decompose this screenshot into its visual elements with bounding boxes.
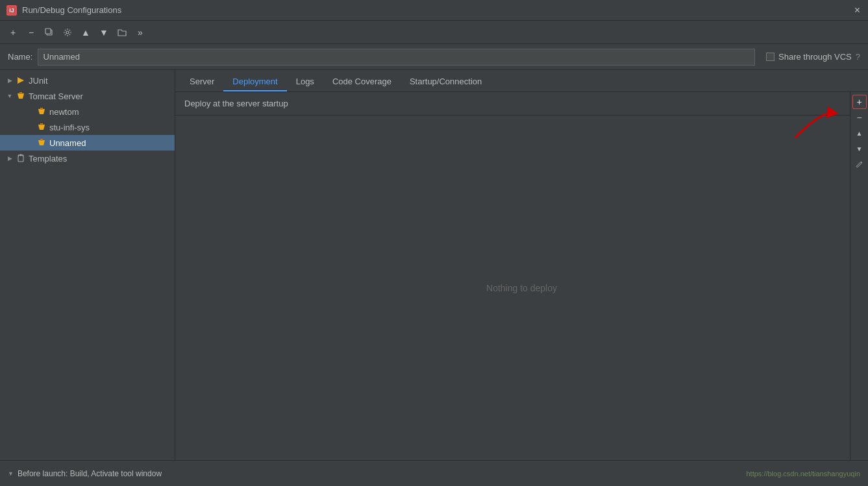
svg-point-4 — [66, 31, 69, 34]
deploy-header: Deploy at the server startup — [175, 92, 868, 115]
svg-rect-9 — [40, 108, 43, 110]
title-bar-text: Run/Debug Configurations — [22, 5, 121, 15]
sidebar-item-newtom[interactable]: ▶ newtom — [0, 104, 175, 119]
svg-rect-11 — [40, 123, 43, 125]
tab-server[interactable]: Server — [180, 72, 223, 91]
svg-rect-3 — [45, 29, 51, 34]
deploy-empty: Nothing to deploy — [175, 115, 868, 460]
tab-logs[interactable]: Logs — [287, 72, 323, 91]
sidebar-item-newtom-label: newtom — [49, 107, 79, 117]
title-bar: IJ Run/Debug Configurations × — [0, 0, 868, 21]
bottom-bar: ▼ Before launch: Build, Activate tool wi… — [0, 460, 868, 486]
add-deploy-button[interactable]: + — [852, 95, 867, 109]
sidebar-item-tomcat-server[interactable]: ▼ Tomcat Server — [0, 88, 175, 104]
name-input[interactable] — [38, 49, 755, 66]
vcs-row: Share through VCS ? — [766, 52, 860, 62]
sidebar-item-tomcat-label: Tomcat Server — [29, 91, 83, 101]
tab-code-coverage[interactable]: Code Coverage — [323, 72, 401, 91]
svg-marker-5 — [18, 77, 24, 84]
add-config-button[interactable]: + — [5, 25, 21, 40]
close-button[interactable]: × — [854, 5, 860, 16]
deploy-area: Deploy at the server startup Nothing to … — [175, 92, 868, 460]
tab-deployment[interactable]: Deployment — [223, 72, 286, 91]
name-vcs-row: Name: Share through VCS ? — [0, 44, 868, 70]
down-deploy-button[interactable]: ▼ — [852, 141, 867, 156]
side-buttons-panel: + − ▲ ▼ — [850, 92, 868, 460]
main-layout: ▶ JUnit ▼ Tomcat Server ▶ — [0, 70, 868, 460]
remove-deploy-button[interactable]: − — [852, 110, 867, 125]
folder-config-button[interactable] — [114, 25, 130, 40]
vcs-checkbox[interactable] — [766, 53, 775, 61]
svg-marker-10 — [38, 125, 45, 130]
tabs-bar: Server Deployment Logs Code Coverage Sta… — [175, 70, 868, 92]
svg-marker-8 — [38, 109, 45, 114]
content-area: Server Deployment Logs Code Coverage Sta… — [175, 70, 868, 460]
copy-config-button[interactable] — [42, 25, 57, 40]
up-config-button[interactable]: ▲ — [78, 25, 93, 40]
remove-config-button[interactable]: − — [23, 25, 39, 40]
newtom-icon — [36, 106, 47, 117]
before-launch-label: Before launch: Build, Activate tool wind… — [18, 469, 162, 478]
templates-icon — [16, 153, 26, 164]
sidebar-item-junit[interactable]: ▶ JUnit — [0, 73, 175, 88]
vcs-help-icon[interactable]: ? — [856, 52, 860, 62]
tomcat-icon — [16, 91, 26, 101]
sidebar-item-unnamed-label: Unnamed — [49, 138, 86, 148]
tab-startup-connection[interactable]: Startup/Connection — [401, 72, 491, 91]
toolbar: + − ▲ ▼ » — [0, 21, 868, 44]
sidebar-item-templates-label: Templates — [29, 154, 67, 164]
svg-point-14 — [20, 154, 22, 156]
edit-deploy-button[interactable] — [852, 157, 867, 171]
sidebar-item-unnamed[interactable]: ▶ Unnamed — [0, 135, 175, 151]
before-launch-section[interactable]: ▼ Before launch: Build, Activate tool wi… — [8, 469, 162, 478]
name-label: Name: — [8, 52, 32, 62]
more-config-button[interactable]: » — [132, 25, 148, 40]
sidebar-item-stu-label: stu-infi-sys — [49, 123, 90, 132]
before-launch-arrow: ▼ — [8, 470, 14, 477]
stu-icon — [36, 122, 47, 132]
down-config-button[interactable]: ▼ — [96, 25, 112, 40]
svg-text:IJ: IJ — [9, 7, 14, 14]
svg-marker-6 — [18, 93, 24, 99]
sidebar: ▶ JUnit ▼ Tomcat Server ▶ — [0, 70, 175, 460]
app-icon: IJ — [6, 5, 17, 16]
settings-config-button[interactable] — [60, 25, 75, 40]
svg-marker-12 — [38, 140, 45, 145]
sidebar-item-stu-infi-sys[interactable]: ▶ stu-infi-sys — [0, 119, 175, 135]
junit-icon — [16, 75, 26, 86]
vcs-label: Share through VCS — [778, 52, 852, 62]
sidebar-item-junit-label: JUnit — [29, 76, 48, 86]
templates-arrow: ▶ — [5, 154, 14, 163]
bottom-link: https://blog.csdn.net/tianshangyuqin — [746, 470, 860, 478]
unnamed-icon — [36, 138, 47, 148]
svg-rect-13 — [40, 139, 43, 141]
up-deploy-button[interactable]: ▲ — [852, 126, 867, 140]
tomcat-arrow: ▼ — [5, 91, 14, 101]
svg-rect-7 — [19, 92, 22, 94]
junit-arrow: ▶ — [5, 76, 14, 85]
sidebar-item-templates[interactable]: ▶ Templates — [0, 151, 175, 166]
